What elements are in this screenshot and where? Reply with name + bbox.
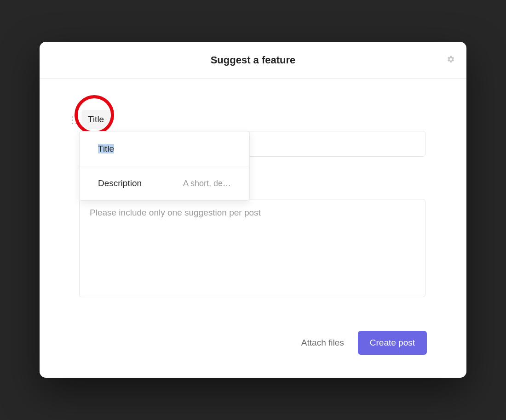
dropdown-option-label: Title [98, 144, 114, 154]
drag-handle-icon[interactable] [72, 116, 77, 125]
field-label-chip-title[interactable]: Title [81, 110, 110, 129]
dropdown-option-description[interactable]: Description A short, de… [80, 166, 249, 200]
create-post-button[interactable]: Create post [358, 331, 427, 355]
dropdown-option-title[interactable]: Title [80, 131, 249, 166]
field-label-dropdown: Title Description A short, de… [79, 131, 250, 201]
description-textarea[interactable] [79, 199, 426, 297]
dropdown-option-hint: A short, de… [165, 179, 231, 188]
attach-files-button[interactable]: Attach files [301, 338, 344, 348]
dropdown-option-label: Description [98, 178, 142, 188]
gear-icon [447, 55, 455, 65]
modal-title: Suggest a feature [211, 54, 296, 66]
field-chip-text: Title [88, 114, 104, 124]
modal-footer: Attach files Create post [301, 331, 427, 355]
suggest-feature-modal: Suggest a feature Title Title Descriptio… [40, 42, 466, 378]
modal-header: Suggest a feature [40, 42, 466, 79]
settings-button[interactable] [445, 55, 456, 66]
